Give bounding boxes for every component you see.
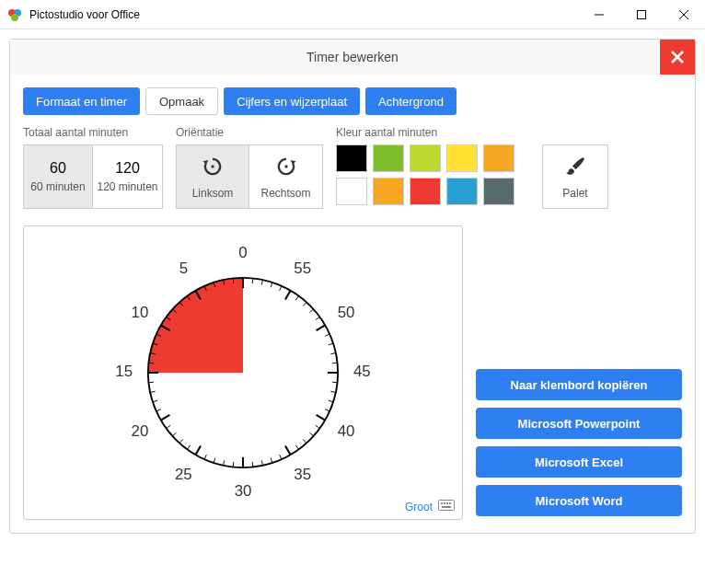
svg-line-46: [280, 455, 282, 459]
keyboard-icon[interactable]: [438, 500, 455, 513]
svg-line-69: [271, 282, 272, 287]
rotate-cw-icon: [273, 154, 299, 183]
svg-text:50: 50: [338, 304, 355, 321]
svg-line-37: [195, 446, 201, 455]
rotate-ccw-icon: [200, 154, 225, 183]
export-button-3[interactable]: Microsoft Word: [476, 485, 682, 516]
palette-button[interactable]: Palet: [542, 144, 608, 209]
window-close-button[interactable]: [663, 0, 705, 29]
svg-line-41: [233, 462, 234, 467]
window-title: Pictostudio voor Office: [29, 8, 578, 21]
tab-3[interactable]: Achtergrond: [365, 87, 457, 115]
svg-text:40: 40: [338, 422, 355, 440]
color-swatch-0[interactable]: [336, 144, 367, 172]
svg-line-66: [295, 296, 298, 301]
timer-preview: 0510152025303540455055 Groot: [23, 225, 463, 520]
minutes-group-label: Totaal aantal minuten: [23, 126, 163, 139]
svg-text:55: 55: [294, 259, 311, 277]
svg-rect-85: [441, 502, 443, 504]
svg-line-31: [156, 409, 161, 411]
orientation-group-label: Oriëntatie: [176, 126, 323, 139]
svg-rect-84: [439, 501, 455, 511]
svg-line-63: [316, 317, 320, 319]
svg-line-54: [329, 400, 333, 402]
svg-text:10: 10: [132, 304, 149, 321]
svg-text:35: 35: [294, 466, 311, 483]
spacer-label: [542, 126, 608, 139]
colors-group-label: Kleur aantal minuten: [336, 126, 529, 139]
minutes-option-60[interactable]: 6060 minuten: [23, 144, 93, 209]
orientation-cw[interactable]: Rechtsom: [249, 144, 323, 209]
color-swatch-8[interactable]: [446, 178, 478, 205]
svg-line-60: [329, 343, 333, 345]
svg-text:45: 45: [353, 363, 371, 380]
color-swatch-1[interactable]: [373, 144, 404, 172]
maximize-button[interactable]: [620, 0, 663, 29]
tab-1[interactable]: Opmaak: [145, 87, 218, 115]
svg-line-39: [214, 458, 215, 463]
svg-line-47: [285, 446, 291, 455]
svg-line-30: [153, 400, 157, 402]
tab-0[interactable]: Formaat en timer: [23, 87, 140, 115]
export-button-0[interactable]: Naar klembord kopiëren: [476, 369, 682, 400]
color-swatch-4[interactable]: [483, 144, 514, 172]
svg-line-53: [325, 409, 329, 411]
size-label[interactable]: Groot: [405, 501, 433, 513]
svg-line-68: [280, 286, 282, 291]
svg-line-65: [303, 302, 306, 306]
svg-point-9: [211, 165, 214, 167]
svg-rect-87: [446, 502, 448, 504]
orientation-ccw[interactable]: Linksom: [176, 144, 249, 209]
svg-line-70: [261, 280, 262, 285]
svg-line-28: [148, 382, 154, 383]
svg-rect-4: [638, 10, 646, 18]
svg-line-44: [261, 460, 262, 466]
svg-line-13: [233, 278, 234, 283]
svg-line-34: [172, 432, 176, 436]
color-swatch-3[interactable]: [446, 144, 478, 172]
color-swatch-6[interactable]: [373, 178, 404, 205]
palette-label: Palet: [562, 187, 587, 200]
svg-line-50: [309, 432, 313, 436]
export-button-1[interactable]: Microsoft Powerpoint: [476, 408, 682, 439]
svg-line-55: [330, 391, 336, 392]
color-swatch-2[interactable]: [410, 144, 441, 172]
svg-line-71: [252, 278, 253, 283]
minimize-button[interactable]: [578, 0, 620, 29]
svg-line-49: [303, 439, 306, 443]
color-swatch-5[interactable]: [336, 178, 367, 205]
svg-rect-89: [442, 506, 451, 508]
svg-line-35: [179, 439, 183, 443]
svg-line-59: [330, 353, 336, 354]
svg-line-56: [332, 382, 338, 383]
svg-line-61: [325, 334, 329, 336]
svg-line-64: [309, 309, 313, 313]
svg-line-32: [161, 415, 170, 421]
minutes-option-120[interactable]: 120120 minuten: [93, 144, 163, 209]
svg-text:15: 15: [115, 363, 133, 380]
svg-line-58: [332, 363, 338, 363]
svg-text:20: 20: [132, 422, 149, 440]
svg-point-2: [11, 14, 18, 21]
dialog-title: Timer bewerken: [306, 50, 399, 64]
svg-line-38: [204, 455, 206, 459]
svg-line-33: [167, 425, 171, 428]
dialog-close-button[interactable]: [660, 40, 695, 75]
svg-rect-88: [449, 502, 451, 504]
svg-line-45: [271, 458, 272, 463]
svg-text:0: 0: [238, 244, 247, 261]
svg-line-36: [187, 445, 190, 450]
svg-line-51: [316, 425, 320, 428]
color-swatch-9[interactable]: [483, 178, 514, 205]
svg-line-62: [317, 325, 326, 330]
tab-2[interactable]: Cijfers en wijzerplaat: [224, 87, 360, 115]
svg-point-10: [284, 165, 287, 167]
export-button-2[interactable]: Microsoft Excel: [476, 446, 682, 478]
svg-rect-86: [444, 502, 445, 504]
svg-line-43: [252, 462, 253, 467]
svg-line-52: [317, 415, 326, 421]
svg-line-40: [224, 460, 225, 466]
svg-line-67: [285, 291, 291, 300]
svg-line-48: [295, 445, 298, 450]
color-swatch-7[interactable]: [410, 178, 441, 205]
